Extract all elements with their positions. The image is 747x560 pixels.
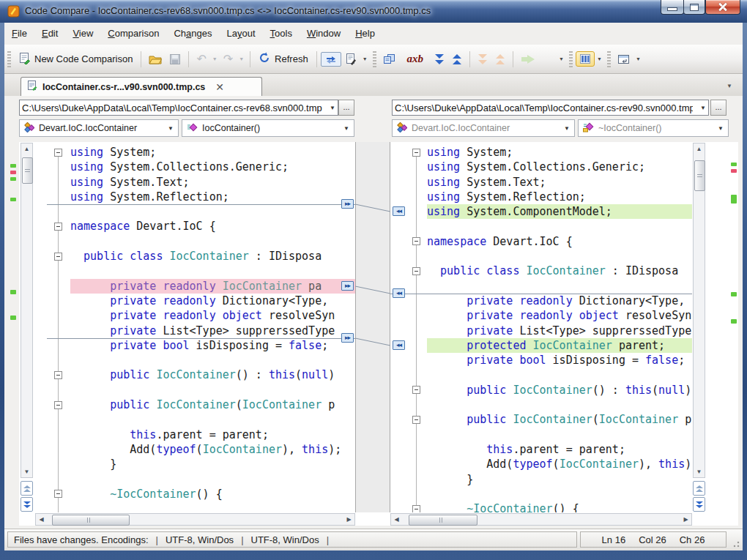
scroll-down-icon[interactable]: ▼: [21, 466, 32, 477]
right-path-combobox[interactable]: ▼: [392, 100, 709, 116]
scroll-up-icon[interactable]: ▲: [694, 143, 705, 154]
right-code-lines[interactable]: using System;using System.Collections.Ge…: [406, 145, 692, 512]
swap-sides-button[interactable]: [321, 52, 341, 67]
right-browse-button[interactable]: ...: [710, 100, 726, 116]
new-comparison-button[interactable]: New Code Comparison: [14, 50, 137, 69]
tab-close-icon[interactable]: ✕: [215, 83, 224, 92]
overview-diff-mark[interactable]: [10, 164, 16, 168]
fold-toggle-icon[interactable]: [412, 386, 420, 394]
left-browse-button[interactable]: ...: [338, 100, 354, 116]
toolbar-grip[interactable]: [373, 51, 376, 67]
overview-diff-mark[interactable]: [731, 319, 737, 324]
fold-toggle-icon[interactable]: [54, 401, 62, 409]
comparison-report-button[interactable]: [341, 51, 360, 67]
scroll-left-icon[interactable]: ◀: [36, 514, 47, 525]
copy-to-right-button[interactable]: ▸▸: [341, 281, 354, 291]
copy-to-left-button[interactable]: ◂◂: [393, 340, 405, 350]
scroll-right-icon[interactable]: ▶: [680, 514, 691, 525]
fold-toggle-icon[interactable]: [412, 416, 420, 424]
menu-item-tools[interactable]: Tools: [263, 23, 300, 39]
overview-diff-mark[interactable]: [10, 290, 16, 294]
fold-toggle-icon[interactable]: [54, 149, 62, 157]
minimize-button[interactable]: [661, 0, 684, 15]
fold-toggle-icon[interactable]: [412, 267, 420, 275]
structure-comparison-button[interactable]: [379, 51, 400, 67]
fold-toggle-icon[interactable]: [412, 505, 420, 512]
menu-item-changes[interactable]: Changes: [166, 23, 219, 39]
next-difference-button[interactable]: [431, 52, 448, 67]
tab-list-chevron-icon[interactable]: ▼: [726, 83, 732, 89]
right-vertical-scrollbar[interactable]: ▲ ▼: [693, 143, 705, 478]
overview-diff-mark[interactable]: [731, 292, 737, 296]
right-next-change-button[interactable]: [693, 497, 705, 512]
toolbar-grip[interactable]: [7, 51, 11, 67]
refresh-button[interactable]: Refresh: [254, 50, 313, 68]
fold-toggle-icon[interactable]: [54, 371, 62, 379]
right-prev-change-button[interactable]: [693, 481, 705, 496]
overview-diff-mark[interactable]: [731, 163, 737, 166]
right-scrollbar-thumb[interactable]: [694, 160, 705, 191]
menu-item-layout[interactable]: Layout: [219, 23, 262, 39]
tab-active[interactable]: IocContainer.cs-r...v90.svn000.tmp.cs ✕: [21, 77, 262, 96]
menu-item-file[interactable]: File: [4, 23, 34, 39]
right-code-editor[interactable]: using System;using System.Collections.Ge…: [390, 142, 692, 512]
copy-to-right-button[interactable]: ▸▸: [341, 333, 354, 343]
right-path-input[interactable]: [395, 101, 693, 114]
scroll-up-icon[interactable]: ▲: [21, 143, 32, 154]
left-path-input[interactable]: [22, 101, 322, 114]
overview-diff-mark[interactable]: [10, 316, 16, 320]
menu-item-window[interactable]: Window: [300, 23, 348, 39]
menu-item-comparison[interactable]: Comparison: [100, 23, 166, 39]
left-vertical-scrollbar[interactable]: ▲ ▼: [21, 143, 33, 478]
overview-diff-mark[interactable]: [10, 171, 16, 174]
overview-diff-mark[interactable]: [10, 198, 16, 201]
fold-toggle-icon[interactable]: [54, 253, 62, 261]
fold-toggle-icon[interactable]: [412, 237, 420, 245]
overview-diff-mark[interactable]: [10, 177, 16, 181]
word-level-compare-button[interactable]: axb: [400, 51, 431, 67]
menu-item-view[interactable]: View: [65, 23, 100, 39]
save-button[interactable]: [166, 51, 185, 67]
left-method-combobox[interactable]: IocContainer() ▼: [182, 119, 354, 137]
left-code-editor[interactable]: using System;using System.Collections.Ge…: [35, 142, 355, 512]
new-window-button[interactable]: [614, 52, 633, 67]
apply-dropdown-caret[interactable]: ▼: [557, 56, 566, 61]
copy-to-left-button[interactable]: ◂◂: [393, 288, 405, 298]
left-scrollbar-thumb[interactable]: [22, 157, 33, 184]
chevron-down-icon[interactable]: ▼: [700, 105, 706, 111]
left-prev-change-button[interactable]: [21, 481, 33, 496]
window-dropdown-caret[interactable]: ▼: [633, 56, 643, 61]
right-method-combobox[interactable]: ~IocContainer() ▼: [578, 119, 729, 137]
maximize-button[interactable]: [683, 0, 705, 15]
toolbar-grip[interactable]: [607, 51, 611, 67]
menu-item-help[interactable]: Help: [348, 23, 382, 39]
redo-button[interactable]: ↷: [220, 52, 237, 67]
scroll-right-icon[interactable]: ▶: [343, 514, 354, 525]
fold-toggle-icon[interactable]: [54, 490, 62, 498]
undo-button[interactable]: ↶: [193, 52, 209, 67]
scroll-down-icon[interactable]: ▼: [694, 466, 705, 477]
close-button[interactable]: [705, 0, 740, 15]
title-bar[interactable]: Code Compare - IocContainer.cs-rev68.svn…: [0, 0, 747, 23]
fold-toggle-icon[interactable]: [412, 149, 420, 157]
next-conflict-button[interactable]: [474, 52, 491, 67]
copy-to-left-button[interactable]: ◂◂: [393, 206, 405, 216]
side-by-side-view-toggle[interactable]: [576, 51, 595, 67]
view-dropdown-caret[interactable]: ▼: [595, 56, 604, 61]
toolbar-grip[interactable]: [569, 51, 573, 67]
resize-grip[interactable]: [731, 539, 740, 548]
right-horizontal-scrollbar[interactable]: ◀ ▶: [390, 513, 692, 526]
chevron-down-icon[interactable]: ▼: [330, 105, 335, 111]
redo-dropdown-caret[interactable]: ▼: [237, 56, 246, 61]
scroll-left-icon[interactable]: ◀: [391, 514, 402, 525]
left-class-combobox[interactable]: Devart.IoC.IocContainer ▼: [19, 119, 179, 137]
left-next-change-button[interactable]: [21, 497, 33, 512]
undo-dropdown-caret[interactable]: ▼: [210, 56, 220, 61]
left-path-combobox[interactable]: ▼: [19, 100, 338, 116]
copy-to-right-button[interactable]: ▸▸: [341, 199, 354, 209]
fold-toggle-icon[interactable]: [54, 223, 62, 231]
right-class-combobox[interactable]: Devart.IoC.IocContainer ▼: [392, 119, 575, 137]
overview-diff-mark[interactable]: [731, 195, 737, 204]
report-dropdown-caret[interactable]: ▼: [360, 56, 370, 61]
left-hscrollbar-thumb[interactable]: [52, 515, 130, 526]
